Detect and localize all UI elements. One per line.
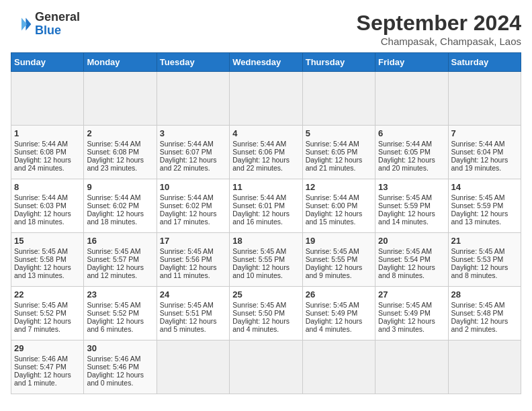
calendar-cell <box>157 340 229 394</box>
sunset-text: Sunset: 6:02 PM <box>87 201 153 210</box>
calendar-week-0 <box>11 72 521 126</box>
daylight-text: Daylight: 12 hours and 18 minutes. <box>14 210 81 226</box>
sunset-text: Sunset: 5:49 PM <box>306 309 372 317</box>
calendar-cell <box>302 72 375 126</box>
daylight-text: Daylight: 12 hours and 8 minutes. <box>378 263 445 279</box>
day-number: 23 <box>87 289 153 300</box>
daylight-text: Daylight: 12 hours and 18 minutes. <box>87 210 153 226</box>
title-area: September 2024 Champasak, Champasak, Lao… <box>357 11 521 47</box>
calendar-cell <box>230 340 302 394</box>
calendar-week-5: 29Sunrise: 5:46 AMSunset: 5:47 PMDayligh… <box>11 340 521 394</box>
sunset-text: Sunset: 5:53 PM <box>451 255 518 263</box>
logo-icon <box>11 13 32 35</box>
sunrise-text: Sunrise: 5:45 AM <box>160 301 226 309</box>
daylight-text: Daylight: 12 hours and 22 minutes. <box>232 156 299 172</box>
calendar-cell: 10Sunrise: 5:44 AMSunset: 6:02 PMDayligh… <box>157 179 229 233</box>
calendar-cell: 5Sunrise: 5:44 AMSunset: 6:05 PMDaylight… <box>302 126 375 179</box>
sunrise-text: Sunrise: 5:45 AM <box>14 301 81 309</box>
sunset-text: Sunset: 5:52 PM <box>14 309 81 317</box>
daylight-text: Daylight: 12 hours and 22 minutes. <box>160 156 226 172</box>
day-number: 11 <box>232 182 299 192</box>
sunset-text: Sunset: 5:59 PM <box>378 201 445 210</box>
sunrise-text: Sunrise: 5:45 AM <box>87 301 153 309</box>
sunrise-text: Sunrise: 5:46 AM <box>87 355 153 363</box>
sunrise-text: Sunrise: 5:45 AM <box>232 301 299 309</box>
logo: General Blue <box>11 11 80 38</box>
sunset-text: Sunset: 6:02 PM <box>160 201 226 210</box>
calendar-week-1: 1Sunrise: 5:44 AMSunset: 6:08 PMDaylight… <box>11 126 521 179</box>
sunset-text: Sunset: 6:04 PM <box>451 148 518 156</box>
calendar-cell: 3Sunrise: 5:44 AMSunset: 6:07 PMDaylight… <box>157 126 229 179</box>
sunset-text: Sunset: 5:52 PM <box>87 309 153 317</box>
sunset-text: Sunset: 6:03 PM <box>14 201 81 210</box>
header-day-monday: Monday <box>84 53 157 72</box>
calendar-week-4: 22Sunrise: 5:45 AMSunset: 5:52 PMDayligh… <box>11 287 521 340</box>
calendar-cell <box>84 72 157 126</box>
sunrise-text: Sunrise: 5:45 AM <box>306 247 372 255</box>
sunrise-text: Sunrise: 5:45 AM <box>378 247 445 255</box>
day-number: 28 <box>451 289 518 300</box>
daylight-text: Daylight: 12 hours and 15 minutes. <box>306 210 372 226</box>
day-number: 10 <box>160 182 226 192</box>
calendar-cell: 4Sunrise: 5:44 AMSunset: 6:06 PMDaylight… <box>230 126 302 179</box>
calendar-cell <box>375 340 448 394</box>
calendar-cell: 11Sunrise: 5:44 AMSunset: 6:01 PMDayligh… <box>230 179 302 233</box>
calendar-cell: 9Sunrise: 5:44 AMSunset: 6:02 PMDaylight… <box>84 179 157 233</box>
sunrise-text: Sunrise: 5:44 AM <box>232 193 299 201</box>
daylight-text: Daylight: 12 hours and 21 minutes. <box>306 156 372 172</box>
daylight-text: Daylight: 12 hours and 13 minutes. <box>451 210 518 226</box>
calendar-cell: 17Sunrise: 5:45 AMSunset: 5:56 PMDayligh… <box>157 233 229 287</box>
sunset-text: Sunset: 5:48 PM <box>451 309 518 317</box>
daylight-text: Daylight: 12 hours and 4 minutes. <box>306 317 372 333</box>
day-number: 3 <box>160 128 226 138</box>
day-number: 2 <box>87 128 153 138</box>
sunset-text: Sunset: 5:55 PM <box>232 255 299 263</box>
day-number: 14 <box>451 182 518 192</box>
daylight-text: Daylight: 12 hours and 8 minutes. <box>451 263 518 279</box>
sunrise-text: Sunrise: 5:45 AM <box>232 247 299 255</box>
sunset-text: Sunset: 6:07 PM <box>160 148 226 156</box>
calendar-cell: 13Sunrise: 5:45 AMSunset: 5:59 PMDayligh… <box>375 179 448 233</box>
calendar-table: SundayMondayTuesdayWednesdayThursdayFrid… <box>11 52 521 394</box>
day-number: 9 <box>87 182 153 192</box>
sunset-text: Sunset: 5:54 PM <box>378 255 445 263</box>
calendar-cell <box>448 340 521 394</box>
location: Champasak, Champasak, Laos <box>357 36 521 47</box>
day-number: 24 <box>160 289 226 300</box>
header-day-wednesday: Wednesday <box>230 53 302 72</box>
calendar-week-3: 15Sunrise: 5:45 AMSunset: 5:58 PMDayligh… <box>11 233 521 287</box>
sunrise-text: Sunrise: 5:45 AM <box>378 301 445 309</box>
daylight-text: Daylight: 12 hours and 13 minutes. <box>14 263 81 279</box>
day-number: 4 <box>232 128 299 138</box>
day-number: 5 <box>306 128 372 138</box>
daylight-text: Daylight: 12 hours and 14 minutes. <box>378 210 445 226</box>
sunset-text: Sunset: 5:59 PM <box>451 201 518 210</box>
calendar-cell: 14Sunrise: 5:45 AMSunset: 5:59 PMDayligh… <box>448 179 521 233</box>
sunrise-text: Sunrise: 5:44 AM <box>160 140 226 148</box>
day-number: 27 <box>378 289 445 300</box>
sunrise-text: Sunrise: 5:44 AM <box>378 140 445 148</box>
day-number: 19 <box>306 236 372 246</box>
sunset-text: Sunset: 6:08 PM <box>14 148 81 156</box>
calendar-cell: 26Sunrise: 5:45 AMSunset: 5:49 PMDayligh… <box>302 287 375 340</box>
sunset-text: Sunset: 5:57 PM <box>87 255 153 263</box>
sunset-text: Sunset: 6:06 PM <box>232 148 299 156</box>
sunrise-text: Sunrise: 5:45 AM <box>451 301 518 309</box>
daylight-text: Daylight: 12 hours and 2 minutes. <box>451 317 518 333</box>
sunset-text: Sunset: 5:56 PM <box>160 255 226 263</box>
day-number: 17 <box>160 236 226 246</box>
day-number: 1 <box>14 128 81 138</box>
calendar-cell: 18Sunrise: 5:45 AMSunset: 5:55 PMDayligh… <box>230 233 302 287</box>
day-number: 15 <box>14 236 81 246</box>
calendar-cell: 23Sunrise: 5:45 AMSunset: 5:52 PMDayligh… <box>84 287 157 340</box>
sunrise-text: Sunrise: 5:45 AM <box>87 247 153 255</box>
daylight-text: Daylight: 12 hours and 0 minutes. <box>87 371 153 387</box>
calendar-cell: 21Sunrise: 5:45 AMSunset: 5:53 PMDayligh… <box>448 233 521 287</box>
sunrise-text: Sunrise: 5:46 AM <box>14 355 81 363</box>
day-number: 22 <box>14 289 81 300</box>
daylight-text: Daylight: 12 hours and 24 minutes. <box>14 156 81 172</box>
daylight-text: Daylight: 12 hours and 23 minutes. <box>87 156 153 172</box>
sunrise-text: Sunrise: 5:44 AM <box>14 193 81 201</box>
daylight-text: Daylight: 12 hours and 4 minutes. <box>232 317 299 333</box>
sunset-text: Sunset: 6:08 PM <box>87 148 153 156</box>
